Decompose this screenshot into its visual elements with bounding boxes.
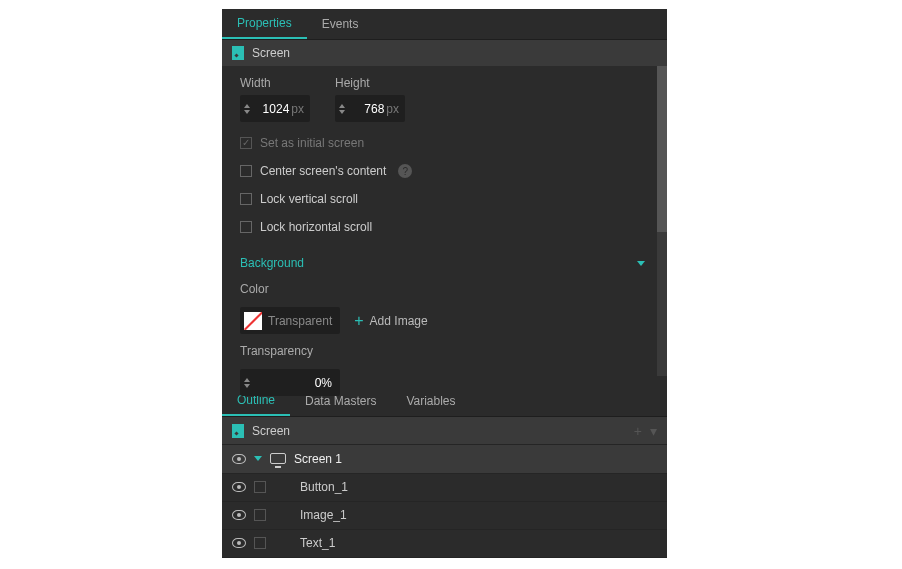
height-stepper[interactable] [339, 104, 345, 114]
transparency-value: 0% [255, 376, 332, 390]
properties-scrollbar[interactable] [657, 66, 667, 376]
lock-horizontal-checkbox[interactable] [240, 221, 252, 233]
visibility-toggle[interactable] [232, 538, 246, 548]
screen-icon [270, 453, 286, 464]
transparency-input[interactable]: 0% [240, 369, 340, 396]
visibility-toggle[interactable] [232, 454, 246, 464]
outline-item-button1[interactable]: Button_1 [222, 474, 667, 502]
remove-screen-button[interactable]: ▾ [650, 423, 657, 439]
selection-header: Screen [222, 40, 667, 66]
help-icon[interactable]: ? [398, 164, 412, 178]
height-value: 768 [350, 102, 384, 116]
outline-item-text1[interactable]: Text_1 [222, 530, 667, 558]
properties-body: Width 1024 px Height 768 [222, 66, 667, 376]
color-label: Color [240, 282, 649, 296]
center-content-label: Center screen's content [260, 164, 386, 178]
chevron-up-icon [339, 104, 345, 108]
background-title: Background [240, 256, 304, 270]
visibility-toggle[interactable] [232, 510, 246, 520]
plus-icon: + [354, 312, 363, 330]
width-label: Width [240, 76, 310, 90]
tab-properties[interactable]: Properties [222, 9, 307, 39]
height-unit: px [386, 102, 399, 116]
screen-file-icon [232, 46, 244, 60]
width-stepper[interactable] [244, 104, 250, 114]
visibility-toggle[interactable] [232, 482, 246, 492]
selection-checkbox[interactable] [254, 481, 266, 493]
lock-horizontal-label: Lock horizontal scroll [260, 220, 372, 234]
add-image-button[interactable]: + Add Image [354, 312, 427, 330]
transparency-stepper[interactable] [244, 378, 250, 388]
add-image-label: Add Image [370, 314, 428, 328]
transparent-swatch-icon [244, 312, 262, 330]
center-content-checkbox[interactable] [240, 165, 252, 177]
outline-item-label: Screen 1 [294, 452, 342, 466]
inspector-panel: Properties Events Screen Width 1024 px [222, 9, 667, 558]
outline-item-label: Text_1 [300, 536, 335, 550]
lock-vertical-checkbox[interactable] [240, 193, 252, 205]
screen-file-icon [232, 424, 244, 438]
chevron-up-icon [244, 104, 250, 108]
width-value: 1024 [255, 102, 289, 116]
tab-events[interactable]: Events [307, 9, 374, 39]
outline-item-label: Image_1 [300, 508, 347, 522]
properties-tabbar: Properties Events [222, 9, 667, 40]
height-input[interactable]: 768 px [335, 95, 405, 122]
chevron-down-icon [637, 261, 645, 266]
selection-checkbox[interactable] [254, 537, 266, 549]
chevron-down-icon [244, 384, 250, 388]
chevron-down-icon [244, 110, 250, 114]
selection-label: Screen [252, 46, 290, 60]
set-initial-label: Set as initial screen [260, 136, 364, 150]
color-picker[interactable]: Transparent [240, 307, 340, 334]
expand-toggle-icon[interactable] [254, 456, 262, 461]
chevron-down-icon [339, 110, 345, 114]
transparency-label: Transparency [240, 344, 649, 358]
width-unit: px [291, 102, 304, 116]
width-input[interactable]: 1024 px [240, 95, 310, 122]
outline-item-image1[interactable]: Image_1 [222, 502, 667, 530]
lock-vertical-label: Lock vertical scroll [260, 192, 358, 206]
outline-header-row: Screen + ▾ [222, 417, 667, 445]
chevron-up-icon [244, 378, 250, 382]
outline-item-label: Button_1 [300, 480, 348, 494]
set-initial-checkbox[interactable] [240, 137, 252, 149]
outline-root-label: Screen [252, 424, 290, 438]
scroll-thumb[interactable] [657, 66, 667, 232]
add-screen-button[interactable]: + [634, 423, 642, 439]
outline-item-screen1[interactable]: Screen 1 [222, 445, 667, 473]
height-label: Height [335, 76, 405, 90]
selection-checkbox[interactable] [254, 509, 266, 521]
background-section-header[interactable]: Background [240, 248, 649, 278]
color-value: Transparent [268, 314, 332, 328]
